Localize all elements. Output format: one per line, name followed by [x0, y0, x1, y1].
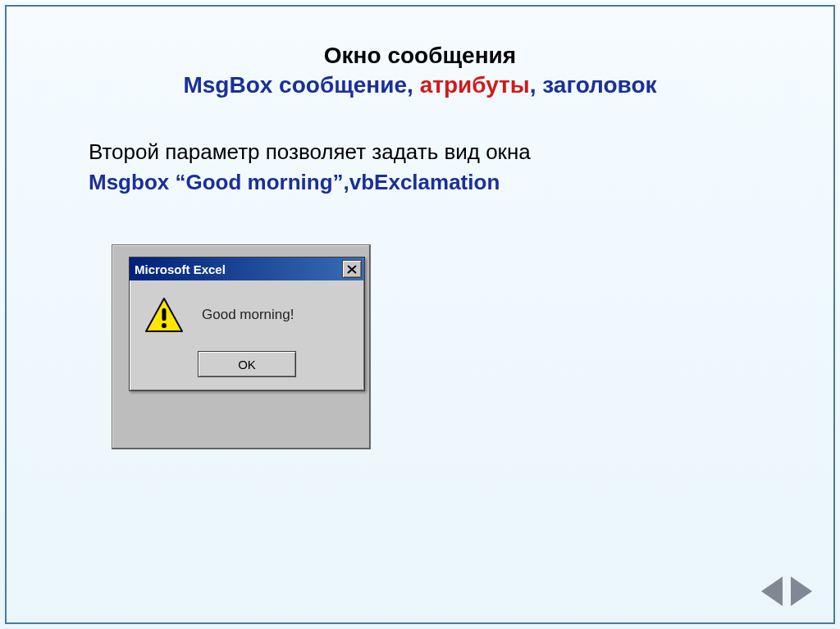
- dialog-title: Microsoft Excel: [135, 262, 226, 276]
- prev-slide-button[interactable]: [761, 577, 783, 606]
- svg-point-2: [162, 323, 167, 328]
- dialog-screenshot-frame: Microsoft Excel Good morning!: [112, 244, 371, 449]
- dialog-titlebar[interactable]: Microsoft Excel: [130, 258, 364, 280]
- dialog-body: Good morning!: [130, 280, 364, 348]
- ok-button[interactable]: OK: [198, 351, 296, 377]
- close-button[interactable]: [342, 260, 362, 278]
- message-box-dialog: Microsoft Excel Good morning!: [129, 257, 365, 391]
- dialog-actions: OK: [130, 348, 364, 390]
- close-icon: [347, 265, 357, 274]
- svg-rect-1: [162, 308, 167, 321]
- heading-msgbox-text: MsgBox сообщение,: [183, 72, 419, 98]
- slide-nav: [761, 577, 812, 606]
- dialog-message: Good morning!: [202, 307, 294, 323]
- body-text: Второй параметр позволяет задать вид окн…: [89, 137, 833, 198]
- heading-line-1: Окно сообщения: [7, 41, 833, 71]
- slide-heading: Окно сообщения MsgBox сообщение, атрибут…: [7, 41, 833, 101]
- slide-frame: Окно сообщения MsgBox сообщение, атрибут…: [5, 5, 835, 624]
- body-line-1: Второй параметр позволяет задать вид окн…: [89, 137, 833, 168]
- heading-attributes-text: атрибуты: [420, 72, 530, 98]
- body-code-line: Msgbox “Good morning”,vbExclamation: [89, 167, 833, 198]
- exclamation-icon: [144, 297, 184, 333]
- ok-button-label: OK: [238, 358, 256, 371]
- heading-line-2: MsgBox сообщение, атрибуты, заголовок: [7, 71, 833, 100]
- next-slide-button[interactable]: [791, 577, 812, 606]
- heading-title-text: , заголовок: [530, 72, 657, 98]
